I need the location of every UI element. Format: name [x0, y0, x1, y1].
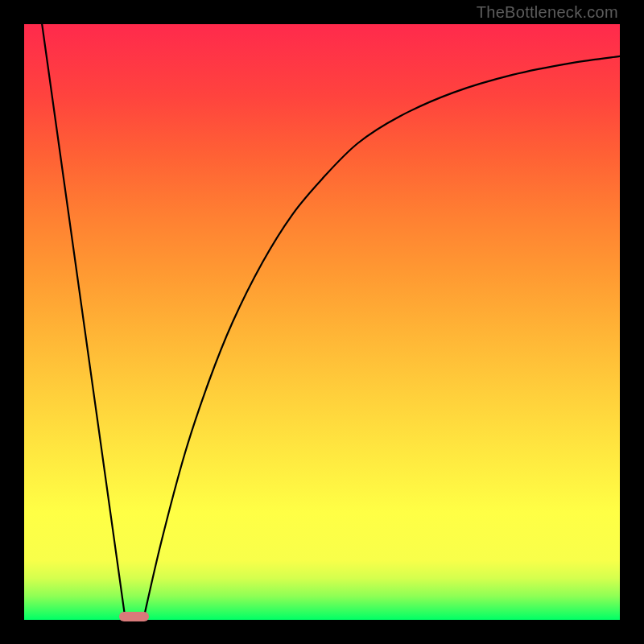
plot-area: [24, 24, 620, 620]
watermark-text: TheBottleneck.com: [477, 3, 618, 22]
chart-outer-frame: TheBottleneck.com: [0, 0, 644, 644]
curve-left-descent: [42, 24, 126, 620]
curve-right-curve: [143, 56, 620, 620]
curve-layer: [24, 24, 620, 620]
bottleneck-marker: [119, 612, 149, 621]
